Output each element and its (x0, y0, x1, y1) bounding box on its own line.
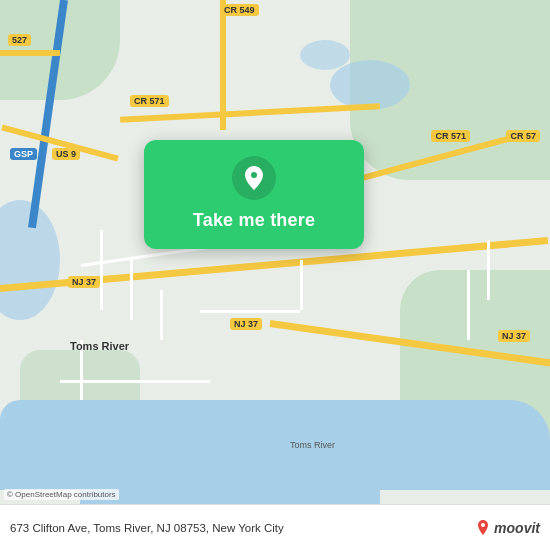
local-road (100, 230, 103, 310)
local-road (200, 310, 300, 313)
local-road (160, 290, 163, 340)
location-pin-icon (232, 156, 276, 200)
cta-overlay[interactable]: Take me there (144, 140, 364, 249)
road-label-cr571-right: CR 571 (431, 130, 470, 142)
road-label-cr571-left: CR 571 (130, 95, 169, 107)
road-label-nj37-left: NJ 37 (68, 276, 100, 288)
local-road (467, 270, 470, 340)
map-container: CR 549 CR 571 CR 571 CR 57 NJ 37 NJ 37 N… (0, 0, 550, 550)
local-road (300, 260, 303, 310)
road-label-gsp: GSP (10, 148, 37, 160)
cta-button-label: Take me there (193, 210, 315, 231)
bottom-bar: 673 Clifton Ave, Toms River, NJ 08753, N… (0, 504, 550, 550)
moovit-logo: moovit (475, 519, 540, 537)
osm-attribution: © OpenStreetMap contributors (4, 489, 119, 500)
moovit-pin-icon (475, 519, 491, 537)
moovit-text: moovit (494, 520, 540, 536)
local-road (60, 380, 210, 383)
local-road (80, 340, 83, 400)
road-label-us9: US 9 (52, 148, 80, 160)
road-label-nj527: 527 (8, 34, 31, 46)
road-label-nj37-mid: NJ 37 (230, 318, 262, 330)
address-label: 673 Clifton Ave, Toms River, NJ 08753, N… (10, 522, 475, 534)
local-road (487, 240, 490, 300)
water-body (300, 40, 350, 70)
road-label-cr57: CR 57 (506, 130, 540, 142)
water-body (330, 60, 410, 110)
road-label-nj37-right: NJ 37 (498, 330, 530, 342)
road-label-cr549: CR 549 (220, 4, 259, 16)
road-nj527 (0, 50, 60, 56)
local-road (130, 260, 133, 320)
